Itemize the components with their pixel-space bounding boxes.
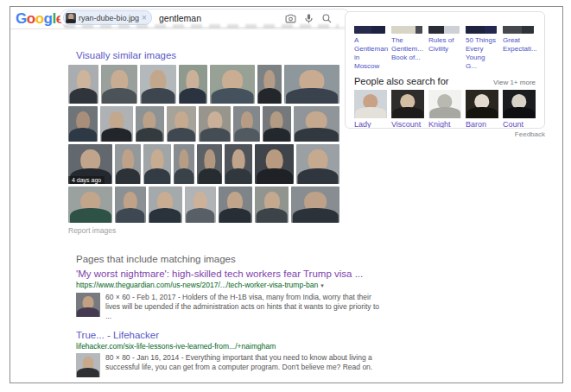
similar-image-thumb[interactable] xyxy=(115,187,146,223)
result-dropdown-arrow[interactable]: ▾ xyxy=(320,282,324,288)
person-thumbnail xyxy=(391,90,424,118)
result-body: 80 × 80 - Jan 16, 2014 - Everything impo… xyxy=(76,353,389,377)
view-more-link[interactable]: View 1+ more xyxy=(493,79,536,86)
logo-letter: o xyxy=(35,10,44,27)
matching-results-list: 'My worst nightmare': high-skilled tech … xyxy=(76,268,389,383)
similar-image-thumb[interactable] xyxy=(284,65,339,104)
result-title-link[interactable]: 'My worst nightmare': high-skilled tech … xyxy=(76,268,389,280)
book-title: TheGentlem...Book of... xyxy=(391,36,422,62)
chip-close-icon[interactable]: × xyxy=(142,14,147,22)
similar-image-thumb[interactable] xyxy=(68,65,98,104)
visually-similar-heading-link[interactable]: Visually similar images xyxy=(76,50,176,60)
mic-icon[interactable] xyxy=(303,13,314,24)
person-label-link[interactable]: Baron xyxy=(466,120,498,129)
feedback-row: Feedback xyxy=(345,130,545,138)
result-thumbnail[interactable] xyxy=(76,353,100,377)
similar-image-thumb[interactable] xyxy=(197,144,222,184)
similar-images-grid: 4 days ago xyxy=(68,65,339,223)
person-label-link[interactable]: Lady xyxy=(354,120,387,129)
similar-image-thumb[interactable] xyxy=(68,187,112,223)
search-image-chip[interactable]: ryan-dube-bio.jpg × xyxy=(63,10,152,25)
similar-image-thumb[interactable] xyxy=(167,106,196,142)
related-book-link[interactable]: Rules ofCivility xyxy=(428,26,460,71)
similar-image-thumb[interactable] xyxy=(68,106,98,142)
similar-image-thumb[interactable] xyxy=(100,106,132,142)
similar-image-thumb[interactable]: 4 days ago xyxy=(68,144,112,184)
logo-letter: G xyxy=(16,10,27,27)
related-book-link[interactable]: AGentlemanin Moscow xyxy=(354,26,385,71)
related-books-row: AGentlemanin MoscowTheGentlem...Book of.… xyxy=(354,26,536,71)
people-also-search-heading: People also search for xyxy=(354,76,448,86)
similar-image-thumb[interactable] xyxy=(136,106,164,142)
book-title: Rules ofCivility xyxy=(428,36,460,54)
similar-image-thumb[interactable] xyxy=(233,106,260,142)
person-label-link[interactable]: Count xyxy=(503,120,536,129)
people-search-item[interactable]: Baron xyxy=(466,90,498,129)
related-book-link[interactable]: TheGentlem...Book of... xyxy=(391,26,422,71)
similar-image-thumb[interactable] xyxy=(255,144,294,184)
people-also-search-row: LadyViscountKnightBaronCount xyxy=(354,90,536,129)
result-url: lifehacker.com/six-life-lessons-ive-lear… xyxy=(76,341,389,351)
logo-letter: o xyxy=(27,10,35,27)
similar-image-thumb[interactable] xyxy=(149,187,182,223)
search-result: True... - Lifehackerlifehacker.com/six-l… xyxy=(76,329,389,377)
chip-image-thumbnail xyxy=(66,13,76,23)
book-cover-image xyxy=(354,26,385,34)
person-label-link[interactable]: Knight xyxy=(428,120,461,129)
similar-images-row: 4 days ago xyxy=(68,144,339,184)
similar-image-thumb[interactable] xyxy=(263,106,290,142)
similar-image-thumb[interactable] xyxy=(294,106,339,142)
result-snippet: 80 × 80 - Jan 16, 2014 - Everything impo… xyxy=(105,353,380,377)
similar-images-row xyxy=(68,65,339,104)
search-icon[interactable] xyxy=(321,13,333,24)
result-thumbnail[interactable] xyxy=(76,293,100,317)
similar-images-row xyxy=(68,106,339,142)
google-logo[interactable]: Google xyxy=(16,10,64,28)
book-cover-image xyxy=(503,26,534,34)
person-thumbnail xyxy=(354,90,387,118)
result-url: https://www.theguardian.com/us-news/2017… xyxy=(76,280,389,291)
similar-image-thumb[interactable] xyxy=(210,65,255,104)
similar-image-thumb[interactable] xyxy=(115,144,141,184)
result-title-link[interactable]: True... - Lifehacker xyxy=(76,329,389,341)
related-book-link[interactable]: 50 ThingsEveryYoung G... xyxy=(466,26,497,71)
book-title: 50 ThingsEveryYoung G... xyxy=(466,36,497,71)
chip-filename: ryan-dube-bio.jpg xyxy=(79,14,139,22)
person-thumbnail xyxy=(466,90,498,118)
similar-image-thumb[interactable] xyxy=(255,187,289,223)
book-title: GreatExpectati... xyxy=(503,36,534,54)
similar-image-thumb[interactable] xyxy=(219,187,252,223)
similar-image-thumb[interactable] xyxy=(140,65,175,104)
similar-image-thumb[interactable] xyxy=(185,187,216,223)
similar-image-thumb[interactable] xyxy=(143,144,171,184)
similar-image-thumb[interactable] xyxy=(291,187,339,223)
camera-icon[interactable] xyxy=(285,13,296,24)
similar-image-thumb[interactable] xyxy=(101,65,137,104)
similar-images-row xyxy=(68,187,339,223)
similar-image-thumb[interactable] xyxy=(225,144,252,184)
feedback-link[interactable]: Feedback xyxy=(515,130,545,138)
search-input[interactable] xyxy=(157,12,273,24)
similar-image-thumb[interactable] xyxy=(179,65,207,104)
related-books-card: AGentlemanin MoscowTheGentlem...Book of.… xyxy=(345,11,545,129)
matching-pages-heading: Pages that include matching images xyxy=(76,254,236,264)
person-thumbnail xyxy=(428,90,461,118)
people-search-item[interactable]: Knight xyxy=(428,90,461,129)
image-age-badge: 4 days ago xyxy=(68,176,105,184)
similar-image-thumb[interactable] xyxy=(174,144,195,184)
book-cover-image xyxy=(391,26,422,34)
book-cover-image xyxy=(428,26,460,34)
people-search-item[interactable]: Count xyxy=(503,90,536,129)
person-label-link[interactable]: Viscount xyxy=(391,120,424,129)
logo-letter: g xyxy=(44,10,53,27)
person-thumbnail xyxy=(503,90,536,118)
similar-image-thumb[interactable] xyxy=(199,106,231,142)
people-search-item[interactable]: Lady xyxy=(354,90,387,129)
people-search-item[interactable]: Viscount xyxy=(391,90,424,129)
similar-image-thumb[interactable] xyxy=(296,144,339,184)
report-images-link[interactable]: Report images xyxy=(68,226,116,235)
related-book-link[interactable]: GreatExpectati... xyxy=(503,26,534,71)
result-body: 60 × 60 - Feb 1, 2017 - Holders of the H… xyxy=(76,293,389,321)
similar-image-thumb[interactable] xyxy=(257,65,282,104)
page-frame: Google ryan-dube-bio.jpg × Visually simi… xyxy=(10,6,563,383)
